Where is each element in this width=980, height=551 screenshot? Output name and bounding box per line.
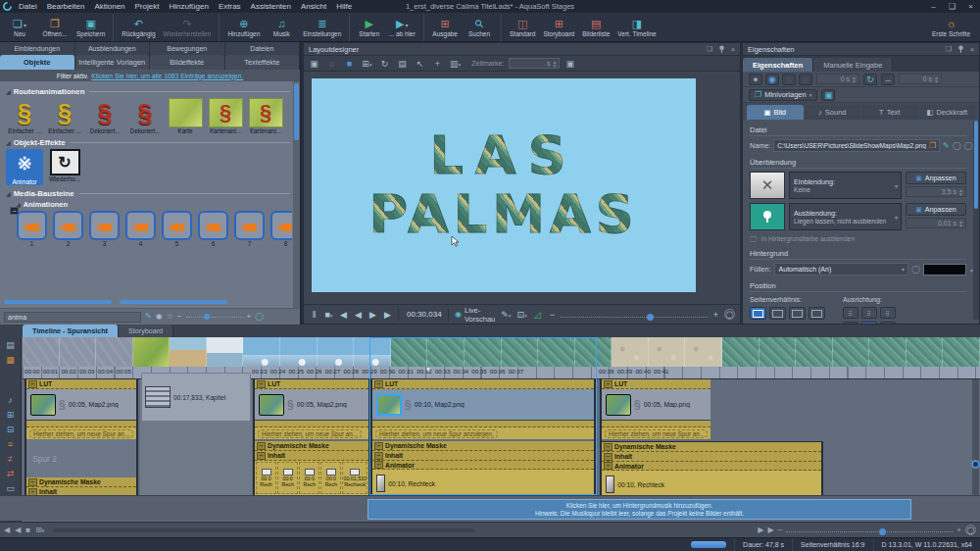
toolbar-button[interactable]: ▣ Speichern bbox=[73, 14, 109, 41]
animation-item[interactable]: 5 bbox=[161, 211, 193, 247]
play-icon[interactable]: ▶ bbox=[758, 526, 763, 534]
route-animation-item[interactable]: Karte bbox=[167, 98, 204, 134]
minivorlagen-dropdown[interactable]: ❐ Minivorlagen bbox=[749, 89, 817, 101]
transport-button-icon[interactable]: ◀ bbox=[339, 310, 348, 320]
menu-item[interactable]: Bearbeiten bbox=[42, 2, 90, 11]
edit-filter-icon[interactable]: ✎ bbox=[145, 313, 152, 321]
transport-button-icon[interactable]: ■ bbox=[324, 310, 333, 320]
playhead-marker[interactable]: ▼ bbox=[425, 367, 431, 373]
menu-item[interactable]: Assistenten bbox=[246, 2, 296, 11]
alignment-button[interactable]: ⠿ bbox=[861, 307, 877, 319]
filmstrip-thumbnail[interactable] bbox=[243, 337, 280, 367]
toolbar-button[interactable]: ⊞ Storyboard bbox=[539, 14, 578, 41]
inhalt-header[interactable]: Inhalt bbox=[255, 451, 368, 461]
favorites-star-icon[interactable]: ☆ bbox=[167, 313, 173, 321]
stop-icon[interactable]: ■ bbox=[25, 526, 30, 534]
keyframe-tool-icon[interactable]: ◌ bbox=[799, 74, 812, 85]
timeline-rail-icon[interactable]: ▦ bbox=[6, 355, 15, 365]
new-track-dropzone[interactable]: Hierher ziehen, um neue Spur anzulegen. bbox=[372, 427, 594, 439]
alignment-button[interactable]: ⠿ bbox=[861, 322, 877, 324]
filmstrip-thumbnail[interactable] bbox=[796, 337, 833, 367]
content-tab[interactable]: T Text bbox=[861, 105, 918, 120]
designer-tool-icon[interactable]: ⊞ bbox=[362, 59, 372, 69]
rect-mask-item[interactable]: 00:10, Rechteck bbox=[606, 474, 664, 495]
search-input[interactable] bbox=[4, 312, 141, 323]
live-preview-toggle[interactable]: ◉ Live-Vorschau bbox=[455, 306, 495, 324]
browser-tab[interactable]: Texteffekte bbox=[225, 55, 301, 70]
content-tab[interactable]: ▣ Bild bbox=[747, 105, 804, 120]
designer-tool-icon[interactable]: + bbox=[432, 59, 443, 69]
browser-tab[interactable]: Dateien bbox=[225, 42, 301, 55]
spinner-arrows-icon[interactable]: ▲▼ bbox=[552, 60, 557, 68]
close-panel-icon[interactable]: × bbox=[731, 46, 735, 53]
designer-tool-icon[interactable]: ■ bbox=[344, 59, 355, 69]
browser-tab[interactable]: Intelligente Vorlagen bbox=[75, 55, 151, 70]
save-template-icon[interactable]: ▣ bbox=[821, 89, 835, 101]
filmstrip-thumbnail[interactable] bbox=[170, 337, 207, 367]
toolbar-button[interactable]: ♫ Musik bbox=[264, 14, 299, 41]
content-tab[interactable]: ◧ Deckkraft bbox=[919, 105, 976, 120]
browser-tab[interactable]: Einblendungen bbox=[0, 42, 75, 55]
timeline-rail-icon[interactable]: ▤ bbox=[6, 340, 15, 350]
rect-mask-item[interactable]: 00:0 Rech bbox=[320, 462, 341, 494]
fade-in-duration[interactable]: 3,5 s ▲▼ bbox=[906, 186, 966, 197]
designer-tool-icon[interactable]: ↻ bbox=[379, 59, 390, 69]
designer-tool-icon[interactable]: ▥ bbox=[450, 59, 461, 69]
first-steps-button[interactable]: ☼ Erste Schritte bbox=[928, 14, 974, 41]
time-spinner-1[interactable]: 0 s ▲▼ bbox=[816, 74, 859, 84]
keyframe-tool-icon[interactable]: ◌ bbox=[782, 74, 796, 85]
filmstrip-thumbnail[interactable] bbox=[133, 337, 171, 367]
toolbar-button[interactable]: ❐ Öffnen... bbox=[37, 14, 73, 41]
zoom-in-icon[interactable]: + bbox=[711, 310, 720, 320]
horizontal-scrollbar[interactable] bbox=[4, 300, 227, 304]
lut-track-header[interactable]: LUT bbox=[602, 379, 710, 389]
minimize-button[interactable]: – bbox=[924, 0, 943, 13]
menu-item[interactable]: Datei bbox=[14, 2, 42, 11]
inhalt-header[interactable]: Inhalt bbox=[372, 451, 594, 461]
animator-header[interactable]: Animator bbox=[372, 461, 594, 470]
canvas-zoom-slider[interactable]: − + ◯ bbox=[548, 309, 735, 320]
dynamic-mask-header[interactable]: Dynamische Maske bbox=[255, 441, 368, 451]
route-animation-item[interactable]: § Dekoriert... bbox=[126, 98, 164, 134]
filmstrip-thumbnail[interactable] bbox=[354, 337, 391, 367]
view-options-icon[interactable]: ◯ bbox=[255, 313, 264, 321]
animation-item[interactable]: 7 bbox=[233, 211, 266, 247]
filmstrip-thumbnail[interactable] bbox=[207, 337, 244, 367]
filmstrip-thumbnail[interactable] bbox=[280, 337, 318, 367]
file-option2-icon[interactable]: ◯ bbox=[964, 141, 973, 150]
transport-button-icon[interactable]: ◀ bbox=[354, 310, 363, 320]
animation-item[interactable]: 1 bbox=[16, 211, 48, 247]
browser-tab[interactable]: Objekte bbox=[0, 55, 75, 70]
timeline-zoom-slider[interactable] bbox=[786, 527, 953, 532]
dynamic-mask-header[interactable]: Dynamische Maske bbox=[602, 442, 821, 452]
rect-mask-item[interactable]: 00:0 Rech bbox=[299, 462, 319, 494]
lut-track-header[interactable]: LUT bbox=[255, 379, 368, 389]
restore-panel-icon[interactable]: ❏ bbox=[946, 45, 952, 53]
toolbar-button[interactable]: ◫ Standard bbox=[501, 14, 539, 41]
designer-tool-icon[interactable]: ▣ bbox=[309, 59, 319, 69]
view-mode-icon[interactable]: ◿ bbox=[533, 310, 542, 320]
alignment-button[interactable]: ⠿ bbox=[843, 307, 858, 319]
object-effect-item[interactable]: ※ Animator bbox=[6, 149, 43, 185]
eye-icon[interactable]: ◉ bbox=[156, 313, 163, 321]
designer-canvas[interactable]: LAS PALMAS bbox=[304, 73, 740, 304]
filmstrip-thumbnail[interactable] bbox=[943, 337, 980, 367]
section-routenanimationen[interactable]: ◢ Routenanimationen bbox=[6, 87, 290, 96]
transport-button-icon[interactable]: ‖ bbox=[310, 310, 318, 320]
save-view-icon[interactable]: ▣ bbox=[564, 59, 575, 69]
restore-button[interactable]: ❏ bbox=[943, 0, 961, 13]
aspect-ratio-button[interactable] bbox=[808, 307, 825, 320]
refresh-icon[interactable]: ↻ bbox=[863, 74, 877, 85]
section-media-bausteine[interactable]: ◢ Media-Bausteine bbox=[6, 189, 290, 198]
aspect-ratio-button[interactable] bbox=[789, 307, 806, 320]
aspect-ratio-button[interactable] bbox=[769, 307, 786, 320]
fill-option-icon[interactable]: ◯ bbox=[911, 265, 920, 274]
animation-item[interactable]: 2 bbox=[52, 211, 84, 247]
subsection-animationen[interactable]: ◢ Animationen bbox=[16, 200, 290, 209]
pin-icon[interactable] bbox=[718, 45, 725, 54]
route-animation-item[interactable]: § Kartenani... bbox=[207, 98, 244, 134]
filmstrip-thumbnail[interactable] bbox=[318, 337, 355, 367]
filmstrip-thumbnail[interactable] bbox=[869, 337, 906, 367]
filmstrip-thumbnail[interactable] bbox=[612, 337, 649, 367]
toolbar-button[interactable]: ↷ Wiederherstellen bbox=[160, 14, 216, 41]
